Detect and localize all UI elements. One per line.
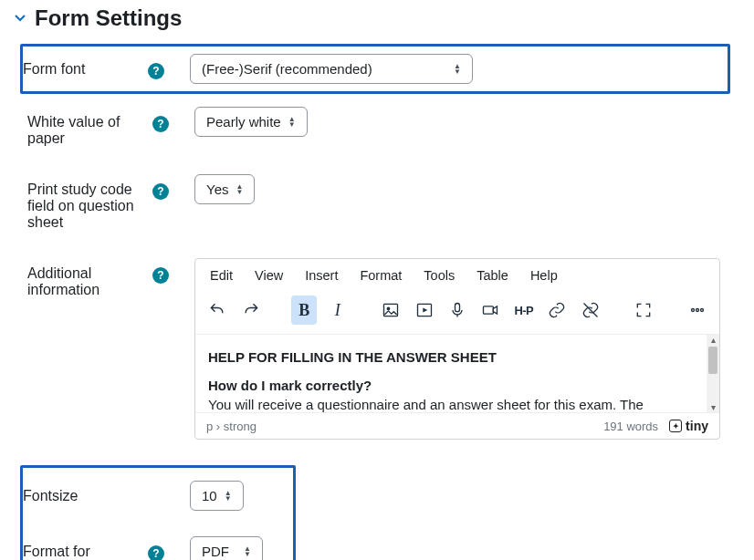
rich-text-editor: Edit View Insert Format Tools Table Help… <box>194 258 720 440</box>
caret-icon: ▲▼ <box>454 64 461 75</box>
select-value: (Free-)Serif (recommended) <box>202 61 372 77</box>
microphone-icon[interactable] <box>445 296 470 325</box>
bold-icon[interactable]: B <box>291 296 317 325</box>
video-icon[interactable] <box>477 296 503 325</box>
caret-icon: ▲▼ <box>244 546 251 557</box>
editor-statusbar: p › strong 191 words ✦tiny <box>195 412 719 439</box>
label-additional-info: Additional information <box>27 265 145 298</box>
svg-rect-3 <box>456 304 460 312</box>
svg-point-5 <box>691 309 694 312</box>
collapse-toggle[interactable] <box>13 10 27 27</box>
italic-icon[interactable]: I <box>324 296 350 325</box>
menu-tools[interactable]: Tools <box>424 268 455 283</box>
select-value: Pearly white <box>206 114 281 130</box>
image-icon[interactable] <box>378 296 403 325</box>
content-subheading: How do I mark correctly? <box>208 376 694 395</box>
menu-table[interactable]: Table <box>476 268 508 283</box>
svg-rect-4 <box>484 306 494 314</box>
element-path[interactable]: p › strong <box>206 420 257 433</box>
study-code-select[interactable]: Yes ▲▼ <box>194 174 255 204</box>
undo-icon[interactable] <box>204 296 230 325</box>
content-body: You will receive a questionnaire and an … <box>208 395 694 412</box>
menu-insert[interactable]: Insert <box>305 268 338 283</box>
svg-point-7 <box>700 309 703 312</box>
word-count: 191 words <box>603 420 658 433</box>
svg-point-6 <box>696 309 698 312</box>
redo-icon[interactable] <box>237 296 263 325</box>
white-value-select[interactable]: Pearly white ▲▼ <box>194 107 308 137</box>
format-select[interactable]: PDF ▲▼ <box>190 536 263 560</box>
caret-icon: ▲▼ <box>236 184 243 195</box>
scrollbar[interactable]: ▴ ▾ <box>707 334 719 412</box>
editor-toolbar: B I H-P <box>195 292 719 334</box>
label-white-value: White value of paper <box>27 114 145 147</box>
svg-rect-0 <box>384 304 398 316</box>
label-study-code: Print study code field on question sheet <box>27 181 145 231</box>
help-icon[interactable]: ? <box>152 116 169 132</box>
svg-point-1 <box>387 307 390 310</box>
section-title: Form Settings <box>35 5 182 31</box>
label-form-font: Form font <box>23 61 141 78</box>
help-icon[interactable]: ? <box>152 183 169 200</box>
help-icon[interactable]: ? <box>148 545 164 560</box>
link-icon[interactable] <box>544 296 570 325</box>
media-icon[interactable] <box>411 296 436 325</box>
caret-icon: ▲▼ <box>225 491 232 502</box>
editor-content[interactable]: HELP FOR FILLING IN THE ANSWER SHEET How… <box>195 334 707 412</box>
tiny-brand[interactable]: ✦tiny <box>669 419 708 433</box>
select-value: PDF <box>202 544 229 559</box>
menu-view[interactable]: View <box>255 268 283 283</box>
form-font-select[interactable]: (Free-)Serif (recommended) ▲▼ <box>190 54 473 84</box>
fontsize-select[interactable]: 10 ▲▼ <box>190 481 244 511</box>
caret-icon: ▲▼ <box>288 117 296 128</box>
menu-format[interactable]: Format <box>360 268 402 283</box>
h5p-icon[interactable]: H-P <box>511 296 537 325</box>
editor-menubar: Edit View Insert Format Tools Table Help <box>195 259 719 292</box>
label-format: Format for question sheets <box>23 544 141 560</box>
help-icon[interactable]: ? <box>152 267 169 284</box>
help-icon[interactable]: ? <box>148 63 164 79</box>
unlink-icon[interactable] <box>577 296 602 325</box>
menu-edit[interactable]: Edit <box>210 268 233 283</box>
more-icon[interactable] <box>685 296 710 325</box>
menu-help[interactable]: Help <box>530 268 558 283</box>
content-heading: HELP FOR FILLING IN THE ANSWER SHEET <box>208 347 694 367</box>
select-value: Yes <box>206 181 228 197</box>
select-value: 10 <box>202 488 217 503</box>
fullscreen-icon[interactable] <box>631 296 656 325</box>
label-fontsize: Fontsize <box>23 488 164 504</box>
